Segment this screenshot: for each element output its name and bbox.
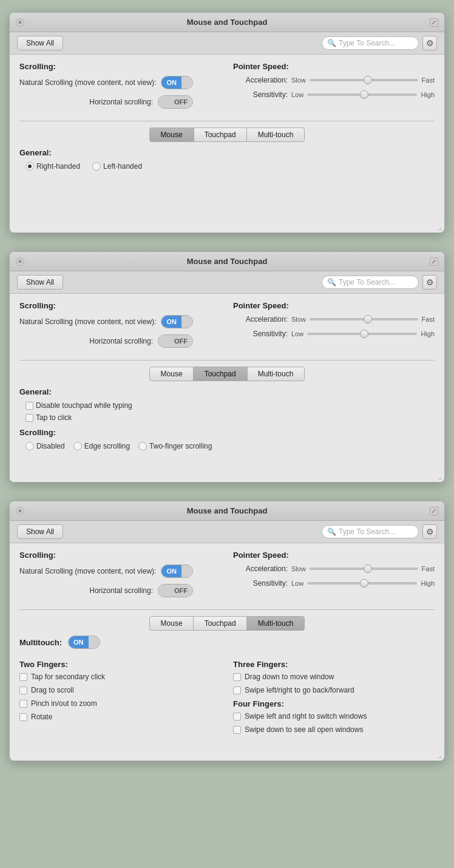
tap-click-row: Tap to click xyxy=(25,413,435,422)
search-box-3[interactable]: 🔍 Type To Search... xyxy=(322,525,419,538)
resize-handle-1[interactable]: ⌟ xyxy=(438,223,442,231)
sensitivity-slider-1[interactable] xyxy=(307,93,417,96)
search-box-1[interactable]: 🔍 Type To Search... xyxy=(322,36,419,50)
drag-down-checkbox[interactable] xyxy=(233,673,241,681)
show-all-button-3[interactable]: Show All xyxy=(17,524,63,539)
two-finger-label: Two-finger scrolling xyxy=(149,442,212,450)
rotate-checkbox[interactable] xyxy=(19,713,27,721)
col-left-2: Scrolling: Natural Scrolling (move conte… xyxy=(19,301,221,354)
tab-touchpad-1[interactable]: Touchpad xyxy=(193,127,248,142)
resize-handle-3[interactable]: ⌟ xyxy=(438,751,442,759)
horizontal-scrolling-toggle-1[interactable]: OFF xyxy=(158,95,193,109)
gear-button-2[interactable]: ⚙ xyxy=(422,275,437,290)
tab-multitouch-2[interactable]: Multi-touch xyxy=(246,367,305,381)
right-handed-row: Right-handed xyxy=(25,162,80,171)
multitouch-toggle[interactable]: ON xyxy=(68,636,100,649)
content-3: Scrolling: Natural Scrolling (move conte… xyxy=(10,543,444,761)
two-col-2: Scrolling: Natural Scrolling (move conte… xyxy=(19,301,435,354)
acceleration-thumb-2[interactable] xyxy=(364,315,372,324)
resize-handle-2[interactable]: ⌟ xyxy=(438,472,442,481)
sensitivity-slider-3[interactable] xyxy=(307,582,417,585)
expand-button-3[interactable]: ⤢ xyxy=(430,507,438,515)
disabled-row: Disabled xyxy=(25,442,65,450)
search-icon-1: 🔍 xyxy=(327,39,336,47)
disabled-radio[interactable] xyxy=(25,442,34,450)
horizontal-scrolling-toggle-3[interactable]: OFF xyxy=(158,584,193,597)
title-bar-left-2: ✕ xyxy=(16,257,24,266)
natural-scrolling-toggle-1[interactable]: ON xyxy=(161,76,193,89)
show-all-button-2[interactable]: Show All xyxy=(17,275,63,290)
acceleration-slider-1[interactable] xyxy=(310,79,418,81)
swipe-switch-label: Swipe left and right to switch windows xyxy=(245,712,367,721)
swipe-switch-row: Swipe left and right to switch windows xyxy=(233,712,435,721)
tab-bar-2: Mouse Touchpad Multi-touch xyxy=(19,367,435,381)
drag-scroll-label: Drag to scroll xyxy=(31,686,74,694)
edge-scrolling-label: Edge scrolling xyxy=(84,442,130,450)
title-bar-2: ✕ Mouse and Touchpad ⤢ xyxy=(10,252,444,271)
acceleration-slider-2[interactable] xyxy=(310,318,418,320)
sensitivity-row-3: Sensitivity: Low High xyxy=(233,579,435,588)
left-handed-radio[interactable] xyxy=(92,162,101,171)
search-icon-2: 🔍 xyxy=(327,278,336,287)
tab-mouse-3[interactable]: Mouse xyxy=(149,616,194,631)
acceleration-thumb-1[interactable] xyxy=(364,76,372,84)
expand-button-1[interactable]: ⤢ xyxy=(430,18,438,27)
handed-row-1: Right-handed Left-handed xyxy=(25,162,435,174)
sensitivity-slider-2[interactable] xyxy=(307,333,417,335)
high-label-2: High xyxy=(421,330,435,337)
tap-secondary-checkbox[interactable] xyxy=(19,673,27,681)
tap-click-checkbox[interactable] xyxy=(25,414,33,422)
sensitivity-label-3: Sensitivity: xyxy=(233,579,288,588)
three-fingers-header: Three Fingers: xyxy=(233,660,435,669)
acceleration-thumb-3[interactable] xyxy=(364,565,372,573)
pinch-zoom-label: Pinch in/out to zoom xyxy=(31,699,97,708)
tab-touchpad-3[interactable]: Touchpad xyxy=(193,616,248,631)
gear-button-1[interactable]: ⚙ xyxy=(422,36,437,50)
sensitivity-row-2: Sensitivity: Low High xyxy=(233,330,435,338)
tab-multitouch-1[interactable]: Multi-touch xyxy=(246,127,305,142)
tab-mouse-2[interactable]: Mouse xyxy=(149,367,194,381)
touchpad-general-options: Disable touchpad while typing Tap to cli… xyxy=(25,401,435,422)
natural-scrolling-toggle-3[interactable]: ON xyxy=(161,565,193,578)
right-handed-radio[interactable] xyxy=(25,162,34,171)
acceleration-slider-3[interactable] xyxy=(310,568,418,570)
col-right-1: Pointer Speed: Acceleration: Slow Fast S… xyxy=(233,62,435,115)
edge-scrolling-radio[interactable] xyxy=(73,442,82,450)
toggle-off-1: OFF xyxy=(169,96,192,108)
natural-scrolling-toggle-2[interactable]: ON xyxy=(161,315,193,328)
drag-scroll-checkbox[interactable] xyxy=(19,687,27,694)
pinch-zoom-checkbox[interactable] xyxy=(19,700,27,708)
sensitivity-label-1: Sensitivity: xyxy=(233,90,288,99)
two-finger-radio[interactable] xyxy=(138,442,147,450)
drag-scroll-row: Drag to scroll xyxy=(19,686,221,694)
slow-label-2: Slow xyxy=(291,316,306,323)
divider-2 xyxy=(19,360,435,361)
tab-mouse-1[interactable]: Mouse xyxy=(149,127,194,142)
close-button-1[interactable]: ✕ xyxy=(16,18,24,27)
search-box-2[interactable]: 🔍 Type To Search... xyxy=(322,276,419,289)
sensitivity-thumb-3[interactable] xyxy=(360,579,368,588)
sensitivity-label-2: Sensitivity: xyxy=(233,330,288,338)
title-bar-right-2: ⤢ xyxy=(430,257,438,266)
sensitivity-thumb-1[interactable] xyxy=(360,90,368,99)
swipe-back-checkbox[interactable] xyxy=(233,687,241,694)
scrolling-header-2: Scrolling: xyxy=(19,301,221,310)
swipe-all-windows-checkbox[interactable] xyxy=(233,726,241,734)
drag-down-label: Drag down to move window xyxy=(245,673,334,681)
disable-touchpad-checkbox[interactable] xyxy=(25,402,33,410)
horizontal-scrolling-label-3: Horizontal scrolling: xyxy=(19,586,153,595)
col-right-3: Pointer Speed: Acceleration: Slow Fast S… xyxy=(233,551,435,603)
close-button-3[interactable]: ✕ xyxy=(16,507,24,515)
gear-button-3[interactable]: ⚙ xyxy=(422,524,437,539)
show-all-button-1[interactable]: Show All xyxy=(17,36,63,50)
sensitivity-thumb-2[interactable] xyxy=(360,330,368,338)
tab-multitouch-3[interactable]: Multi-touch xyxy=(246,616,305,631)
swipe-switch-checkbox[interactable] xyxy=(233,713,241,721)
expand-button-2[interactable]: ⤢ xyxy=(430,257,438,266)
horizontal-scrolling-toggle-2[interactable]: OFF xyxy=(158,334,193,348)
close-button-2[interactable]: ✕ xyxy=(16,257,24,266)
tab-touchpad-2[interactable]: Touchpad xyxy=(193,367,248,381)
high-label-3: High xyxy=(421,580,435,587)
toggle-off-3: OFF xyxy=(169,585,192,597)
left-handed-label: Left-handed xyxy=(103,162,142,171)
